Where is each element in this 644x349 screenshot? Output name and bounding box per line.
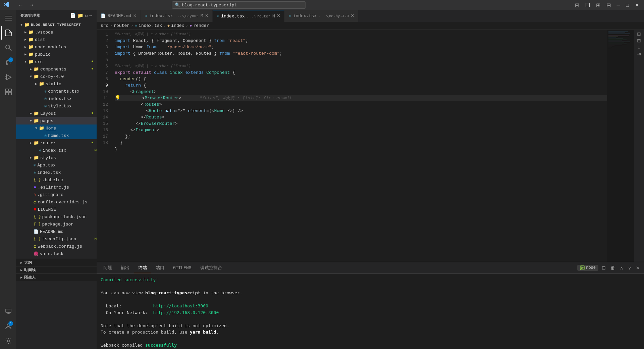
tree-item-src[interactable]: ▼ 📁 src •	[16, 58, 97, 65]
right-bar-button-2[interactable]: ⊟	[637, 38, 641, 43]
tab-index-cc[interactable]: ⚛ index.tsx ...＼cc-by-4.0 ×	[284, 10, 358, 22]
panel-tab-problems[interactable]: 问题	[99, 263, 116, 273]
code-line-14: </Fragment>	[115, 127, 607, 133]
tree-item-components[interactable]: ▶ 📁 components •	[16, 65, 97, 73]
new-file-icon[interactable]: 📄	[70, 13, 76, 18]
tree-item-router[interactable]: ▶ 📁 router •	[16, 139, 97, 147]
panel-tabs: 问题 输出 终端 端口 GITLENS 调试控制台 node ⊟ 🗑 ∧	[97, 262, 644, 274]
new-folder-icon[interactable]: 📁	[77, 13, 84, 18]
minimap	[607, 30, 634, 262]
tree-item-config-overrides[interactable]: ▶ ⚙ config-overrides.js	[16, 198, 97, 206]
tree-item-style[interactable]: ▶ ⚛ style.tsx	[16, 102, 97, 110]
panel-maximize-button[interactable]: ∨	[627, 264, 633, 271]
tree-item-layout[interactable]: ▶ 📁 Layout •	[16, 110, 97, 117]
terminal-content[interactable]: Compiled successfully! You can now view …	[97, 274, 644, 349]
tree-item-vscode[interactable]: ▶ 📁 .vscode	[16, 29, 97, 36]
tab-close-router[interactable]: ×	[277, 13, 280, 19]
tree-item-eslintrc[interactable]: ▶ ● .eslintrc.js	[16, 184, 97, 191]
breadcrumb-file[interactable]: index.tsx	[139, 23, 162, 28]
tree-item-cc[interactable]: ▼ 📁 cc-by-4.0	[16, 73, 97, 80]
tree-item-webpack[interactable]: ▶ ⚙ webpack.config.js	[16, 243, 97, 250]
terminal-line-view: You can now view blog-react-typescript i…	[101, 290, 640, 296]
section-timeline[interactable]: ▶ 时间线	[16, 266, 97, 273]
tree-item-index-cc[interactable]: ▶ ⚛ index.tsx	[16, 95, 97, 102]
panel-tab-terminal[interactable]: 终端	[134, 263, 151, 273]
right-bar-button-4[interactable]: ⇥	[637, 51, 641, 57]
panel-collapse-button[interactable]: ∧	[619, 264, 625, 271]
tree-item-home-tsx[interactable]: ▶ ⚛ home.tsx	[16, 132, 97, 139]
activity-item-menu[interactable]	[1, 11, 15, 25]
activity-item-explorer[interactable]	[1, 26, 15, 40]
tree-item-readme[interactable]: ▶ 📄 README.md	[16, 228, 97, 235]
right-bar-button-1[interactable]: ⊞	[637, 31, 641, 37]
tree-item-static[interactable]: ▶ 📁 static	[16, 80, 97, 88]
tab-close-layout[interactable]: ×	[205, 13, 209, 19]
activity-bar: 4	[0, 10, 16, 349]
right-bar-button-3[interactable]: ↕	[638, 45, 640, 50]
tab-label-cc: index.tsx	[293, 13, 317, 18]
tab-index-layout[interactable]: ⚛ index.tsx ...＼Layout M ×	[141, 10, 213, 22]
section-outline[interactable]: ▶ 大纲	[16, 259, 97, 266]
tree-item-dist[interactable]: ▶ 📁 dist	[16, 36, 97, 43]
activity-item-account[interactable]: 1	[1, 319, 15, 333]
tree-item-home[interactable]: ▼ 📁 Home	[16, 124, 97, 132]
tree-item-router-index[interactable]: ▶ ⚛ index.tsx M	[16, 147, 97, 154]
sidebar-toggle-button[interactable]: ❐	[584, 1, 592, 9]
panel-toggle-button[interactable]: ⊟	[573, 1, 581, 9]
maximize-button[interactable]: □	[625, 2, 631, 8]
tree-item-yarn[interactable]: ▶ 🧶 yarn.lock	[16, 250, 97, 257]
collapse-icon[interactable]: ⋯	[90, 13, 93, 18]
tab-icon-readme: 📄	[101, 13, 106, 18]
code-line-8: <Fragment>	[115, 89, 607, 95]
tree-item-contants[interactable]: ▶ ⚛ contants.tsx	[16, 88, 97, 95]
code-content[interactable]: "futao", 4天前 | 1 author ('futao') import…	[113, 30, 607, 262]
tree-item-styles[interactable]: ▶ 📁 styles	[16, 154, 97, 161]
tree-item-babelrc[interactable]: ▶ { } .babelrc	[16, 176, 97, 184]
panel-close-button[interactable]: ✕	[635, 264, 641, 271]
activity-item-git[interactable]: 4	[1, 56, 15, 69]
tree-item-license[interactable]: ▶ ■ LICENSE	[16, 206, 97, 213]
tree-item-tsconfig[interactable]: ▶ { } tsconfig.json M	[16, 235, 97, 243]
tree-item-pages[interactable]: ▼ 📁 pages •	[16, 117, 97, 124]
tab-index-router[interactable]: ⚛ index.tsx ...＼router M ×	[213, 10, 284, 22]
grid-button[interactable]: ⊟	[605, 1, 612, 9]
tree-item-package-lock[interactable]: ▶ { } package-lock.json	[16, 213, 97, 220]
breadcrumb-method[interactable]: render	[193, 23, 209, 28]
tab-close-cc[interactable]: ×	[351, 13, 354, 19]
tree-item-app[interactable]: ▶ ⚛ App.tsx	[16, 161, 97, 169]
breadcrumb-router[interactable]: router	[114, 23, 129, 28]
tree-item-public[interactable]: ▶ 📁 public	[16, 51, 97, 58]
activity-item-settings[interactable]	[1, 334, 15, 348]
search-bar[interactable]: 🔍 blog-react-typescript	[172, 1, 306, 9]
breadcrumb-class[interactable]: index	[171, 23, 184, 28]
terminal-line-network: On Your Network: http://192.168.0.120:30…	[101, 309, 640, 316]
panel-tab-ports[interactable]: 端口	[152, 263, 168, 273]
svg-rect-15	[6, 309, 11, 312]
panel-tab-debug[interactable]: 调试控制台	[196, 263, 226, 273]
tree-item-gitignore[interactable]: ▶ ⑃ .gitignore	[16, 191, 97, 198]
panel-tab-output[interactable]: 输出	[117, 263, 133, 273]
layout-button[interactable]: ⊞	[594, 1, 602, 9]
refresh-icon[interactable]: ↻	[85, 13, 88, 18]
panel-split-button[interactable]: ⊟	[600, 264, 607, 271]
activity-item-run[interactable]	[1, 70, 15, 84]
minimize-button[interactable]: ─	[615, 2, 622, 8]
code-editor[interactable]: 1 2 3 4 5 6 7 8 9 10 11 12 13 14 15 16 1	[97, 30, 644, 262]
activity-item-search[interactable]	[1, 41, 15, 54]
tree-item-package[interactable]: ▶ { } package.json	[16, 220, 97, 228]
activity-item-extensions[interactable]	[1, 85, 15, 99]
svg-point-7	[6, 60, 7, 61]
tree-item-node-modules[interactable]: ▶ 📁 node_modules	[16, 43, 97, 51]
section-stranger[interactable]: ▶ 陌生人	[16, 273, 97, 281]
back-button[interactable]: ←	[16, 1, 25, 9]
activity-item-remote[interactable]	[1, 305, 15, 318]
tab-close-readme[interactable]: ×	[133, 13, 137, 19]
panel-trash-button[interactable]: 🗑	[609, 264, 616, 271]
tab-readme[interactable]: 📄 README.md ×	[97, 10, 141, 22]
forward-button[interactable]: →	[27, 1, 36, 9]
close-button[interactable]: ✕	[633, 2, 641, 8]
tree-item-index-root[interactable]: ▶ ⚛ index.tsx	[16, 169, 97, 176]
panel-tab-gitlens[interactable]: GITLENS	[169, 263, 196, 272]
project-root[interactable]: ▼ 📁 BLOG-REACT-TYPESCRIPT	[16, 21, 97, 29]
breadcrumb-src[interactable]: src	[101, 23, 108, 28]
